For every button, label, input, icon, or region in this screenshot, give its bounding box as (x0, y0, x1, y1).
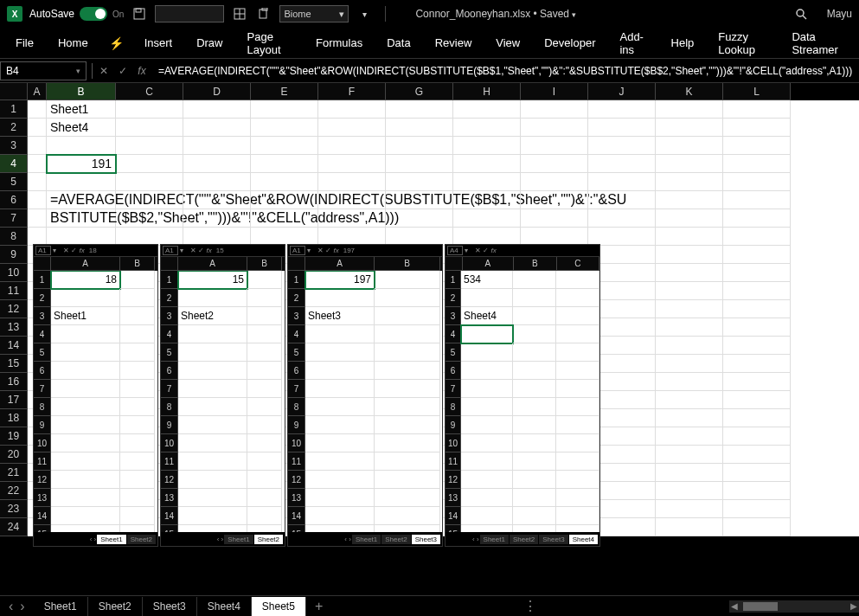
tab-view[interactable]: View (484, 29, 532, 56)
col-header-B[interactable]: B (47, 83, 116, 100)
cell-I7[interactable] (521, 209, 588, 228)
cell-D1[interactable] (183, 100, 251, 119)
cell-J5[interactable] (588, 173, 656, 191)
cell-L2[interactable] (723, 119, 791, 137)
col-header-J[interactable]: J (588, 83, 656, 100)
autosave-toggle[interactable]: AutoSave On (29, 7, 124, 21)
accept-formula-icon[interactable]: ✓ (115, 63, 131, 79)
cell-I2[interactable] (521, 119, 588, 137)
cell-A2[interactable] (28, 119, 47, 137)
cell-E3[interactable] (251, 137, 318, 155)
cell-J6[interactable] (588, 191, 656, 209)
cell-L12[interactable] (723, 300, 791, 318)
row-header-1[interactable]: 1 (0, 100, 28, 119)
col-header-I[interactable]: I (521, 83, 588, 100)
cell-K11[interactable] (656, 282, 723, 300)
row-header-14[interactable]: 14 (0, 337, 28, 355)
cell-J4[interactable] (588, 155, 656, 173)
cell-B3[interactable] (47, 137, 116, 155)
tab-addins[interactable]: Add-ins (607, 23, 658, 63)
cell-H5[interactable] (453, 173, 521, 191)
cell-B7[interactable]: BSTITUTE($B$2,"Sheet","")))&"'!"&CELL("a… (47, 209, 116, 228)
cell-A4[interactable] (28, 155, 47, 173)
cell-I5[interactable] (521, 173, 588, 191)
cell-K8[interactable] (656, 228, 723, 246)
tab-draw[interactable]: Draw (184, 29, 234, 56)
col-header-E[interactable]: E (251, 83, 318, 100)
cell-C3[interactable] (116, 137, 183, 155)
scroll-left-icon[interactable]: ◀ (729, 601, 740, 611)
cell-L5[interactable] (723, 173, 791, 191)
row-header-22[interactable]: 22 (0, 482, 28, 500)
row-header-3[interactable]: 3 (0, 137, 28, 155)
cell-K15[interactable] (656, 355, 723, 373)
cell-H8[interactable] (453, 228, 521, 246)
scrollbar-thumb[interactable] (743, 602, 778, 611)
cell-K1[interactable] (656, 100, 723, 119)
cell-K13[interactable] (656, 318, 723, 337)
cell-F4[interactable] (318, 155, 386, 173)
cell-E8[interactable] (251, 228, 318, 246)
add-sheet-button[interactable]: + (306, 595, 331, 617)
grid-icon[interactable] (231, 5, 248, 22)
cell-E6[interactable] (251, 191, 318, 209)
row-header-20[interactable]: 20 (0, 446, 28, 464)
cell-H4[interactable] (453, 155, 521, 173)
cell-L17[interactable] (723, 391, 791, 409)
col-header-C[interactable]: C (116, 83, 183, 100)
sheet-tab-sheet1[interactable]: Sheet1 (34, 597, 88, 616)
tab-data[interactable]: Data (375, 29, 422, 56)
row-header-18[interactable]: 18 (0, 409, 28, 427)
cell-D3[interactable] (183, 137, 251, 155)
cell-H3[interactable] (453, 137, 521, 155)
cell-L21[interactable] (723, 464, 791, 482)
cell-D2[interactable] (183, 119, 251, 137)
row-header-4[interactable]: 4 (0, 155, 28, 173)
cell-L9[interactable] (723, 246, 791, 264)
sheet-prev-icon[interactable]: ‹ (9, 599, 13, 614)
cell-L13[interactable] (723, 318, 791, 337)
cell-G7[interactable] (386, 209, 453, 228)
tab-insert[interactable]: Insert (132, 29, 185, 56)
cell-B6[interactable]: =AVERAGE(INDIRECT("'"&"Sheet"&ROW(INDIRE… (47, 191, 116, 209)
col-header-H[interactable]: H (453, 83, 521, 100)
cell-D4[interactable] (183, 155, 251, 173)
cell-L14[interactable] (723, 337, 791, 355)
row-header-19[interactable]: 19 (0, 427, 28, 446)
cancel-formula-icon[interactable]: ✕ (96, 63, 112, 79)
fx-icon[interactable]: fx (134, 63, 150, 79)
cell-J7[interactable] (588, 209, 656, 228)
cell-G8[interactable] (386, 228, 453, 246)
cell-G5[interactable] (386, 173, 453, 191)
cell-L7[interactable] (723, 209, 791, 228)
cell-K2[interactable] (656, 119, 723, 137)
cell-I1[interactable] (521, 100, 588, 119)
cell-L24[interactable] (723, 518, 791, 536)
cell-I6[interactable] (521, 191, 588, 209)
cell-B5[interactable] (47, 173, 116, 191)
cell-A1[interactable] (28, 100, 47, 119)
cell-K12[interactable] (656, 300, 723, 318)
clipboard-icon[interactable] (255, 5, 272, 22)
save-icon[interactable] (131, 5, 148, 22)
cell-G6[interactable] (386, 191, 453, 209)
cell-J8[interactable] (588, 228, 656, 246)
cell-L19[interactable] (723, 427, 791, 446)
cell-F3[interactable] (318, 137, 386, 155)
row-header-5[interactable]: 5 (0, 173, 28, 191)
cell-L15[interactable] (723, 355, 791, 373)
cell-L16[interactable] (723, 373, 791, 391)
undo-redo-box[interactable] (155, 5, 224, 22)
filename-label[interactable]: Connor_Mooneyhan.xlsx • Saved ▾ (415, 8, 576, 20)
cell-J1[interactable] (588, 100, 656, 119)
cell-K24[interactable] (656, 518, 723, 536)
cell-K22[interactable] (656, 482, 723, 500)
cell-K21[interactable] (656, 464, 723, 482)
cell-H6[interactable] (453, 191, 521, 209)
cell-C4[interactable] (116, 155, 183, 173)
cell-E1[interactable] (251, 100, 318, 119)
cell-K19[interactable] (656, 427, 723, 446)
horizontal-scrollbar[interactable]: ◀ ▶ (729, 600, 859, 613)
tab-review[interactable]: Review (423, 29, 484, 56)
formula-input[interactable] (153, 61, 859, 80)
